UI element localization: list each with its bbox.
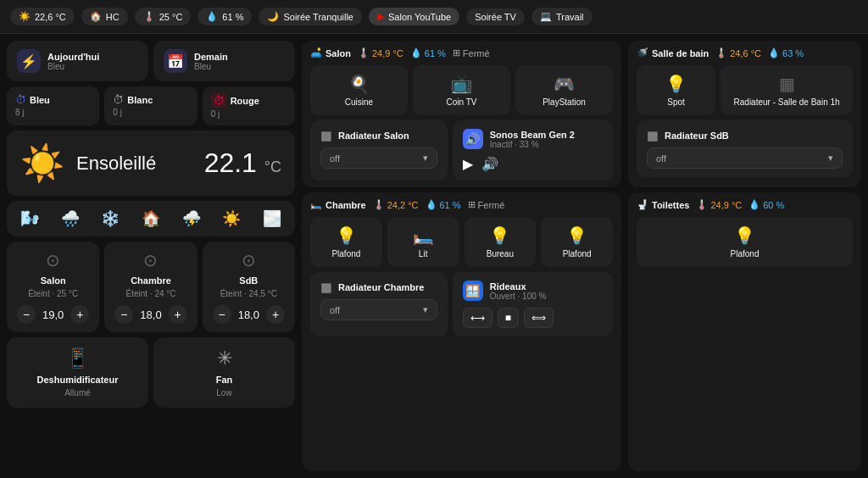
sonos-icon: 🔊 [463, 129, 483, 149]
radiateur-salon-card: ▦ Radiateur Salon off ▾ [310, 120, 448, 181]
playstation-icon: 🎮 [554, 74, 575, 94]
thermostat-salon-minus[interactable]: − [17, 305, 36, 324]
sdb-temp-icon: 🌡️ [715, 47, 727, 58]
toilettes-hum: 💧 60 % [748, 199, 784, 210]
radiateur-sdb-icon: ▦ [647, 129, 658, 142]
toilettes-header: 🚽 Toilettes 🌡️ 24,9 °C 💧 60 % [637, 199, 853, 210]
today-card[interactable]: ⚡ Aujourd'hui Bleu [7, 41, 148, 81]
topbar-soiree-tv[interactable]: Soirée TV [466, 8, 525, 25]
radiateur-sdb-display-card[interactable]: ▦ Radiateur - Salle de Bain 1h [721, 65, 853, 115]
salon-status: ⊞ Fermé [453, 47, 490, 58]
toilettes-temp: 🌡️ 24,9 °C [696, 199, 742, 210]
sun-big-icon: ☀️ [20, 142, 64, 184]
radiateur-sdb-card: ▦ Radiateur SdB off ▾ [637, 120, 853, 177]
fan-card[interactable]: ✳ Fan Low [153, 337, 295, 408]
rideaux-icon: 🪟 [463, 281, 483, 301]
thermostat-chambre-icon: ⊙ [143, 250, 158, 270]
radiateur-sdb-select[interactable]: off ▾ [647, 147, 843, 169]
timer-icon-rouge: ⏱ [211, 93, 227, 108]
chambre-plafond-card[interactable]: 💡 Plafond [310, 217, 382, 267]
toilettes-plafond-card[interactable]: 💡 Plafond [637, 217, 853, 267]
radiateur-chambre-card: ▦ Radiateur Chambre off ▾ [310, 272, 448, 336]
topbar-soiree-tranquille[interactable]: 🌙 Soirée Tranquille [259, 8, 362, 25]
thermostat-sdb-icon: ⊙ [242, 250, 256, 270]
salon-hum: 💧 61 % [410, 47, 446, 58]
topbar-salon-youtube[interactable]: ▶ Salon YouTube [369, 8, 459, 25]
playstation-card[interactable]: 🎮 PlayStation [515, 65, 613, 115]
salon-badge: 🛋️ Salon [310, 47, 351, 58]
forecast-rouge[interactable]: ⏱ Rouge 0 j [203, 86, 295, 125]
thermostat-salon-plus[interactable]: + [70, 305, 89, 324]
timer-icon-bleu: ⏱ [15, 93, 26, 106]
sdb-room-icon: 🚿 [637, 47, 648, 58]
chevron-down-chambre-icon: ▾ [423, 304, 428, 315]
sdb-badge: 🚿 Salle de bain [637, 47, 709, 58]
radiateur-chambre-select[interactable]: off ▾ [320, 299, 437, 320]
rideaux-controls: ⟷ ■ ⟺ [463, 308, 603, 328]
salon-hum-icon: 💧 [410, 47, 422, 58]
chambre-hum-icon: 💧 [426, 199, 437, 210]
chambre-plafond2-icon: 💡 [566, 225, 587, 246]
storm-icon: ⛈️ [182, 209, 201, 228]
thermostat-sdb-minus[interactable]: − [213, 305, 231, 324]
tomorrow-card[interactable]: 📅 Demain Bleu [153, 41, 295, 81]
toilettes-section: 🚽 Toilettes 🌡️ 24,9 °C 💧 60 % 💡 [628, 192, 861, 471]
toilettes-badge: 🚽 Toilettes [637, 199, 689, 210]
sdb-hum-icon: 💧 [768, 47, 780, 58]
chambre-section: 🛏️ Chambre 🌡️ 24,2 °C 💧 61 % ⊞ Fermé [302, 192, 621, 471]
salon-section: 🛋️ Salon 🌡️ 24,9 °C 💧 61 % ⊞ Fermé [302, 41, 621, 187]
deshumidificateur-card[interactable]: 📱 Deshumidificateur Allumé [7, 337, 148, 408]
topbar-humidity[interactable]: 💧 61 % [198, 8, 252, 25]
salon-status-icon: ⊞ [453, 47, 460, 58]
rideaux-expand-button[interactable]: ⟷ [463, 308, 492, 328]
thermostat-chambre: ⊙ Chambre Éteint · 24 °C − 18,0 + [104, 242, 197, 332]
sonos-play-button[interactable]: ▶ [463, 156, 473, 172]
thermostat-chambre-plus[interactable]: + [169, 305, 187, 324]
topbar-temperature[interactable]: ☀️ 22,6 °C [10, 8, 75, 25]
main-layout: ⚡ Aujourd'hui Bleu 📅 Demain Bleu [0, 34, 868, 478]
radiateur-salon-select[interactable]: off ▾ [320, 147, 437, 169]
thermostat-sdb: ⊙ SdB Éteint · 24,5 °C − 18,0 + [203, 242, 295, 332]
youtube-icon: ▶ [377, 11, 384, 22]
sun-small-icon: ☀️ [222, 209, 241, 228]
radiateur-sdb-display-icon: ▦ [779, 74, 795, 94]
thermometer-icon: 🌡️ [143, 11, 155, 22]
snow-icon: ❄️ [101, 209, 120, 228]
rideaux-stop-button[interactable]: ■ [498, 308, 519, 328]
salon-temp: 🌡️ 24,9 °C [358, 47, 403, 58]
topbar-travail[interactable]: 💻 Travail [531, 8, 593, 25]
radiateur-chambre-icon: ▦ [320, 281, 331, 294]
right-panel: 🛋️ Salon 🌡️ 24,9 °C 💧 61 % ⊞ Fermé [302, 41, 861, 471]
radiateur-salon-icon: ▦ [320, 129, 331, 142]
salon-device-grid: 🍳 Cuisine 📺 Coin TV 🎮 PlayStation [310, 65, 613, 115]
toilettes-temp-icon: 🌡️ [696, 199, 708, 210]
device-row: 📱 Deshumidificateur Allumé ✳ Fan Low [7, 337, 295, 408]
chambre-plafond2-card[interactable]: 💡 Plafond [541, 217, 613, 267]
forecast-bleu[interactable]: ⏱ Bleu 8 j [7, 86, 99, 125]
toilettes-plafond-icon: 💡 [734, 225, 755, 246]
chambre-bureau-card[interactable]: 💡 Bureau [465, 217, 537, 267]
spot-card[interactable]: 💡 Spot [637, 65, 715, 115]
thermostat-salon-icon: ⊙ [46, 250, 60, 270]
lightning-icon: ⚡ [20, 53, 37, 69]
deshumidificateur-icon: 📱 [66, 347, 89, 370]
topbar-hc[interactable]: 🏠 HC [81, 8, 128, 25]
chambre-status-icon: ⊞ [468, 199, 476, 210]
sdb-devices-row: 💡 Spot ▦ Radiateur - Salle de Bain 1h [637, 65, 853, 115]
sdb-hum: 💧 63 % [768, 47, 804, 58]
chambre-bureau-icon: 💡 [489, 225, 510, 246]
rideaux-adjust-button[interactable]: ⟺ [524, 308, 554, 328]
top-sections: 🛋️ Salon 🌡️ 24,9 °C 💧 61 % ⊞ Fermé [302, 41, 861, 187]
chambre-lit-card[interactable]: 🛏️ Lit [387, 217, 459, 267]
thermostat-chambre-minus[interactable]: − [114, 305, 133, 324]
cuisine-card[interactable]: 🍳 Cuisine [310, 65, 408, 115]
toilettes-device-grid: 💡 Plafond [637, 217, 853, 267]
sdb-section: 🚿 Salle de bain 🌡️ 24,6 °C 💧 63 % 💡 [628, 41, 861, 187]
sonos-volume-button[interactable]: 🔊 [481, 156, 498, 172]
thermostat-sdb-plus[interactable]: + [266, 305, 285, 324]
sdb-radiateur-control: ▦ Radiateur SdB off ▾ [637, 120, 853, 177]
topbar-temp2[interactable]: 🌡️ 25 °C [135, 8, 192, 25]
coin-tv-card[interactable]: 📺 Coin TV [413, 65, 510, 115]
chambre-room-icon: 🛏️ [310, 199, 322, 210]
forecast-blanc[interactable]: ⏱ Blanc 0 j [104, 86, 197, 125]
